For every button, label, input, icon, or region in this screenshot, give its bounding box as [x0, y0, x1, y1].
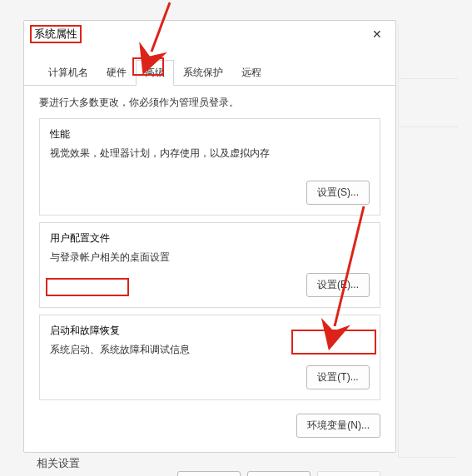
settings-startup-button[interactable]: 设置(T)...	[306, 365, 370, 389]
tab-remote[interactable]: 远程	[232, 60, 271, 86]
group-performance: 性能 视觉效果，处理器计划，内存使用，以及虚拟内存 设置(S)...	[39, 118, 380, 216]
settings-performance-button[interactable]: 设置(S)...	[306, 181, 370, 205]
group-performance-desc: 视觉效果，处理器计划，内存使用，以及虚拟内存	[50, 146, 370, 161]
dialog-footer: 确定 取消 应用(A)	[24, 471, 395, 476]
background-divider	[400, 126, 458, 127]
tab-strip: 计算机名 硬件 高级 系统保护 远程	[24, 59, 395, 86]
system-properties-dialog: 系统属性 ✕ 计算机名 硬件 高级 系统保护 远程 要进行大多数更改，你必须作为…	[23, 20, 396, 453]
group-profiles-title: 用户配置文件	[50, 231, 370, 245]
settings-profiles-button[interactable]: 设置(E)...	[306, 273, 370, 297]
background-divider	[400, 78, 458, 79]
dialog-title: 系统属性	[34, 27, 77, 42]
tab-content: 要进行大多数更改，你必须作为管理员登录。 性能 视觉效果，处理器计划，内存使用，…	[24, 86, 395, 400]
group-startup-title: 启动和故障恢复	[50, 324, 370, 338]
env-row: 环境变量(N)...	[24, 407, 395, 438]
title-bar: 系统属性 ✕	[24, 21, 395, 46]
tab-system-protection[interactable]: 系统保护	[174, 60, 232, 86]
admin-notice: 要进行大多数更改，你必须作为管理员登录。	[39, 96, 380, 110]
close-button[interactable]: ✕	[365, 25, 389, 43]
group-startup-desc: 系统启动、系统故障和调试信息	[50, 343, 370, 357]
environment-variables-button[interactable]: 环境变量(N)...	[296, 414, 380, 438]
tab-advanced[interactable]: 高级	[136, 60, 174, 86]
group-performance-title: 性能	[50, 127, 370, 141]
group-startup-recovery: 启动和故障恢复 系统启动、系统故障和调试信息 设置(T)...	[39, 315, 380, 400]
apply-button[interactable]: 应用(A)	[317, 471, 380, 476]
background-panel-edge	[398, 25, 456, 458]
group-profiles-desc: 与登录帐户相关的桌面设置	[50, 250, 370, 265]
tab-hardware[interactable]: 硬件	[97, 60, 136, 86]
close-icon: ✕	[372, 27, 382, 41]
tab-computer-name[interactable]: 计算机名	[39, 60, 97, 86]
group-user-profiles: 用户配置文件 与登录帐户相关的桌面设置 设置(E)...	[39, 222, 380, 308]
related-settings-label: 相关设置	[37, 456, 80, 471]
cancel-button[interactable]: 取消	[247, 471, 311, 476]
ok-button[interactable]: 确定	[177, 471, 241, 476]
